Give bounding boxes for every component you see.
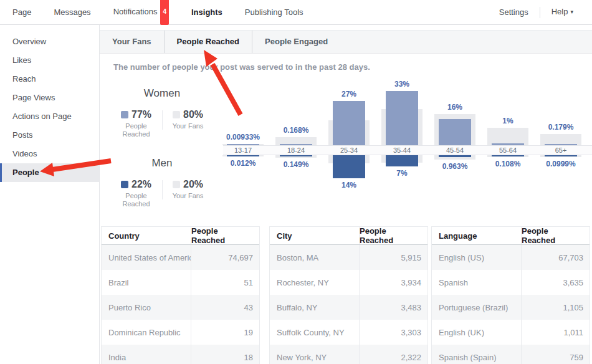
row-label: Spanish xyxy=(432,270,521,295)
topnav-settings[interactable]: Settings xyxy=(488,0,540,25)
row-label: Suffolk County, NY xyxy=(270,320,359,345)
row-value: 51 xyxy=(191,270,259,295)
table-row: Buffalo, NY3,483 xyxy=(270,295,427,320)
men-fans-swatch-icon xyxy=(173,181,180,188)
sidebar-item-people[interactable]: People xyxy=(0,163,99,182)
table-row: Dominican Republic19 xyxy=(102,320,259,345)
row-value: 3,635 xyxy=(521,270,590,295)
age-tick-25-34: 25-34 xyxy=(324,146,374,156)
row-label: Spanish (Spain) xyxy=(432,345,521,364)
bar-reached-men-35-44 xyxy=(386,155,418,166)
insights-tabs: Your FansPeople ReachedPeople Engaged xyxy=(100,30,592,54)
sidebar-item-overview[interactable]: Overview xyxy=(0,32,99,51)
row-value: 5,915 xyxy=(359,245,427,270)
column-header-people-reached: People Reached xyxy=(359,227,427,244)
row-value: 3,483 xyxy=(359,295,427,320)
row-value: 43 xyxy=(191,295,259,320)
men-fans-pct: 20% xyxy=(183,179,203,190)
women-fans-caption: Your Fans xyxy=(166,122,211,130)
row-value: 67,703 xyxy=(521,245,590,270)
bar-reached-men-25-34 xyxy=(333,155,365,178)
table-row: Spanish3,635 xyxy=(432,270,590,295)
row-value: 3,303 xyxy=(359,320,427,345)
table-row: Puerto Rico43 xyxy=(102,295,259,320)
top-nav-left: PageMessagesNotifications4InsightsPublis… xyxy=(0,0,315,24)
bar-reached-men-18-24 xyxy=(280,155,312,156)
column-header-country: Country xyxy=(102,227,191,244)
row-value: 759 xyxy=(521,345,590,364)
table-header-row: LanguagePeople Reached xyxy=(432,227,590,245)
topnav-notifications[interactable]: Notifications4 xyxy=(102,0,180,26)
tab-people-reached[interactable]: People Reached xyxy=(165,31,252,53)
value-label-women-35-44: 33% xyxy=(365,80,439,89)
caret-down-icon: ▾ xyxy=(570,9,573,15)
table-city: CityPeople ReachedBoston, MA5,915Rochest… xyxy=(269,226,428,364)
row-value: 1,105 xyxy=(521,295,590,320)
row-label: India xyxy=(102,345,191,364)
bar-reached-women-55-64 xyxy=(492,143,524,145)
sidebar-item-page-views[interactable]: Page Views xyxy=(0,89,99,107)
table-row: Portuguese (Brazil)1,105 xyxy=(432,295,590,320)
age-tick-35-44: 35-44 xyxy=(377,146,427,156)
topnav-insights[interactable]: Insights xyxy=(180,0,234,25)
tab-people-engaged[interactable]: People Engaged xyxy=(252,31,340,53)
topnav-publishing-tools[interactable]: Publishing Tools xyxy=(234,0,315,25)
row-label: English (UK) xyxy=(432,320,521,345)
value-label-women-45-54: 16% xyxy=(418,103,492,112)
sidebar-item-reach[interactable]: Reach xyxy=(0,70,99,89)
sidebar-item-actions-on-page[interactable]: Actions on Page xyxy=(0,107,99,126)
bar-reached-men-65 xyxy=(545,155,577,156)
row-value: 2,322 xyxy=(359,345,427,364)
bar-reached-women-13-17 xyxy=(227,144,259,145)
topnav-messages[interactable]: Messages xyxy=(42,0,102,25)
chart-subtitle: The number of people your post was serve… xyxy=(113,62,370,72)
table-row: New York, NY2,322 xyxy=(270,345,427,364)
table-header-row: CountryPeople Reached xyxy=(102,227,259,245)
row-value: 19 xyxy=(191,320,259,345)
value-label-women-18-24: 0.168% xyxy=(259,126,333,135)
sidebar-item-posts[interactable]: Posts xyxy=(0,126,99,145)
column-header-people-reached: People Reached xyxy=(191,227,259,244)
sidebar-item-likes[interactable]: Likes xyxy=(0,51,99,70)
tab-your-fans[interactable]: Your Fans xyxy=(100,31,165,53)
row-label: Portuguese (Brazil) xyxy=(432,295,521,320)
table-row: English (US)67,703 xyxy=(432,245,590,270)
women-reached-swatch-icon xyxy=(121,111,128,118)
table-row: Suffolk County, NY3,303 xyxy=(270,320,427,345)
bar-fans-women-55-64 xyxy=(487,128,528,145)
table-row: Spanish (Spain)759 xyxy=(432,345,590,364)
table-row: Boston, MA5,915 xyxy=(270,245,427,270)
row-label: Dominican Republic xyxy=(102,320,191,345)
row-value: 1,011 xyxy=(521,320,590,345)
topnav-page[interactable]: Page xyxy=(1,0,42,25)
table-country: CountryPeople ReachedUnited States of Am… xyxy=(101,226,260,364)
bar-reached-women-65 xyxy=(545,144,577,145)
age-gender-bar-chart: 13-170.00933%0.012%18-240.168%0.149%25-3… xyxy=(218,72,592,232)
legend-divider xyxy=(162,110,163,130)
top-nav: PageMessagesNotifications4InsightsPublis… xyxy=(0,0,592,25)
value-label-women-25-34: 27% xyxy=(312,90,386,98)
column-header-city: City xyxy=(270,227,359,244)
men-reached-pct: 22% xyxy=(131,179,151,190)
main-content: Your FansPeople ReachedPeople Engaged Th… xyxy=(100,25,592,364)
age-tick-45-54: 45-54 xyxy=(430,146,480,156)
row-value: 74,697 xyxy=(191,245,259,270)
row-label: Buffalo, NY xyxy=(270,295,359,320)
row-label: Rochester, NY xyxy=(270,270,359,295)
row-label: United States of America xyxy=(102,245,191,270)
row-label: Puerto Rico xyxy=(102,295,191,320)
women-fans-swatch-icon xyxy=(173,111,180,118)
bar-reached-women-25-34 xyxy=(333,101,365,145)
women-fans-pct: 80% xyxy=(183,109,203,120)
value-label-men-18-24: 0.149% xyxy=(259,160,333,169)
bar-reached-women-18-24 xyxy=(280,144,312,145)
legend-men: Men 22% People Reached 20% Your Fans xyxy=(112,157,212,208)
age-tick-13-17: 13-17 xyxy=(218,146,268,156)
topnav-help[interactable]: Help▾ xyxy=(540,0,585,25)
legend-women-title: Women xyxy=(112,87,212,100)
table-row: English (UK)1,011 xyxy=(432,320,590,345)
men-fans-caption: Your Fans xyxy=(166,192,211,200)
table-language: LanguagePeople ReachedEnglish (US)67,703… xyxy=(431,226,590,364)
sidebar-item-videos[interactable]: Videos xyxy=(0,145,99,163)
table-row: India18 xyxy=(102,345,259,364)
